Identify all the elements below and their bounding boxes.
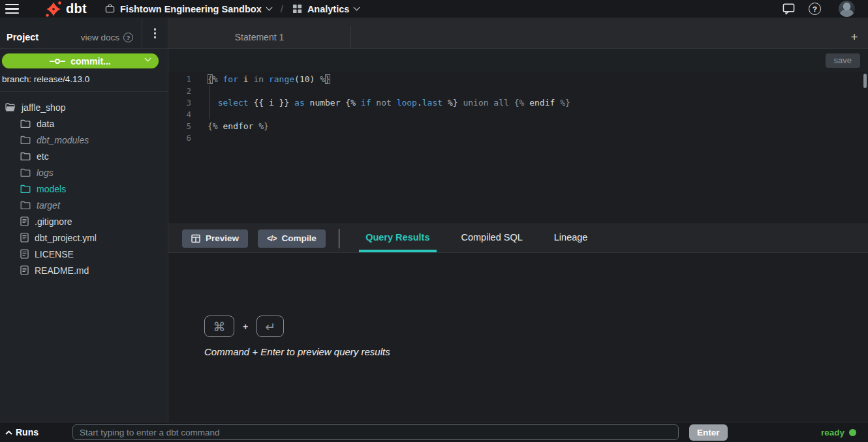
preview-button[interactable]: Preview <box>182 229 248 248</box>
code-line[interactable]: {% for i in range(10) %} <box>208 74 868 85</box>
tree-item-label: jaffle_shop <box>22 102 65 113</box>
view-docs-label: view docs <box>81 33 119 42</box>
results-tab-label: Lineage <box>554 232 588 243</box>
command-key-icon: ⌘ <box>204 316 234 337</box>
line-number: 4 <box>168 109 191 121</box>
status-indicator: ready <box>821 428 863 437</box>
code-editor[interactable]: 123456 {% for i in range(10) %} select {… <box>168 72 868 224</box>
runs-label: Runs <box>16 427 39 437</box>
help-icon[interactable]: ? <box>809 3 821 15</box>
tree-item-license[interactable]: LICENSE <box>0 246 168 262</box>
folder-icon <box>20 168 31 177</box>
tree-item-logs[interactable]: logs <box>0 164 168 181</box>
tree-item-label: data <box>37 119 54 129</box>
code-token: endif <box>529 98 555 108</box>
code-token: {% <box>345 98 360 108</box>
results-tab-compiled-sql[interactable]: Compiled SQL <box>455 224 529 252</box>
project-selector[interactable]: Fishtown Engineering Sandbox <box>105 4 271 14</box>
compile-button-label: Compile <box>281 233 316 243</box>
status-label: ready <box>821 428 845 437</box>
code-line[interactable]: {% endfor %} <box>208 121 868 132</box>
hamburger-menu-icon[interactable] <box>5 4 19 14</box>
editor-scrollbar[interactable] <box>863 74 867 88</box>
file-icon <box>20 265 29 275</box>
tree-item-label: logs <box>37 168 54 178</box>
code-token: in <box>253 74 264 84</box>
results-tab-label: Query Results <box>365 232 429 243</box>
folder-open-icon <box>5 103 16 112</box>
folder-icon <box>20 184 31 194</box>
tree-item-label: models <box>37 184 66 194</box>
commit-button[interactable]: commit... <box>2 53 159 68</box>
tree-item-label: target <box>37 200 60 211</box>
tree-item-dbt-modules[interactable]: dbt_modules <box>0 132 168 148</box>
code-token: if <box>361 98 371 108</box>
runs-toggle[interactable]: Runs <box>5 427 39 437</box>
table-icon <box>191 234 200 243</box>
code-token: %} <box>253 121 268 131</box>
dbt-logo-text: dbt <box>66 1 87 16</box>
code-line[interactable]: select {{ i }} as number {% if not loop.… <box>208 97 868 109</box>
environment-selector[interactable]: Analytics <box>292 4 359 14</box>
code-token: select <box>218 98 249 108</box>
enter-button[interactable]: Enter <box>689 424 728 441</box>
tree-item-dbt-project-yml[interactable]: dbt_project.yml <box>0 229 168 246</box>
new-tab-button[interactable]: + <box>843 26 865 48</box>
sidebar-header: Project view docs ? <box>0 18 168 48</box>
plus-separator: + <box>243 321 248 332</box>
briefcase-icon <box>105 4 115 14</box>
dbt-command-input[interactable] <box>72 424 679 440</box>
code-token: %} <box>448 98 458 108</box>
code-token: as <box>294 98 305 108</box>
results-panel: ⌘ + ↵ Command + Enter to preview query r… <box>168 253 868 422</box>
file-icon <box>20 233 29 243</box>
branch-label: branch: release/4.13.0 <box>0 74 168 84</box>
tree-item-target[interactable]: target <box>0 197 168 213</box>
tree-item-gitignore[interactable]: .gitignore <box>0 213 168 229</box>
sidebar-menu-button[interactable] <box>142 18 168 48</box>
tree-item-models[interactable]: models <box>0 181 168 197</box>
code-token: {% <box>208 121 223 131</box>
dbt-logo: dbt <box>46 1 87 17</box>
view-docs-link[interactable]: view docs ? <box>81 26 133 48</box>
results-tab-lineage[interactable]: Lineage <box>548 224 595 252</box>
tree-item-label: etc <box>37 151 49 162</box>
sidebar: commit... branch: release/4.13.0 jaffle_… <box>0 49 168 422</box>
tree-item-label: LICENSE <box>35 249 74 259</box>
code-token: loop <box>397 98 417 108</box>
tab-statement-1[interactable]: Statement 1 <box>168 26 351 48</box>
tree-item-label: dbt_project.yml <box>35 233 97 243</box>
code-token <box>264 74 269 84</box>
indent-guide <box>209 85 210 119</box>
topbar: dbt Fishtown Engineering Sandbox / Analy… <box>0 0 868 18</box>
commit-button-label: commit... <box>70 56 110 66</box>
code-line[interactable] <box>208 132 868 144</box>
tree-item-data[interactable]: data <box>0 115 168 132</box>
tree-item-jaffle-shop[interactable]: jaffle_shop <box>0 99 168 115</box>
tree-item-label: dbt_modules <box>37 135 89 145</box>
code-line[interactable] <box>208 109 868 121</box>
line-number: 6 <box>168 132 191 144</box>
tree-item-readme-md[interactable]: README.md <box>0 262 168 278</box>
bottombar: Runs Enter ready <box>0 422 868 442</box>
code-token: . <box>417 98 422 108</box>
environment-name: Analytics <box>307 4 349 14</box>
tree-item-etc[interactable]: etc <box>0 148 168 164</box>
chevron-up-icon <box>5 430 12 435</box>
code-line[interactable] <box>208 85 868 97</box>
save-button[interactable]: save <box>826 53 860 68</box>
file-icon <box>20 216 29 226</box>
breadcrumb-separator: / <box>281 3 283 14</box>
code-token: % <box>213 74 223 84</box>
file-icon <box>20 249 29 259</box>
code-token: { <box>208 74 213 84</box>
avatar[interactable] <box>839 1 855 17</box>
grid-icon <box>292 4 302 14</box>
project-name: Fishtown Engineering Sandbox <box>120 4 262 14</box>
code-area[interactable]: {% for i in range(10) %} select {{ i }} … <box>191 72 868 224</box>
results-tab-query-results[interactable]: Query Results <box>359 224 436 252</box>
tree-item-label: README.md <box>35 265 89 276</box>
chat-icon[interactable] <box>783 3 795 15</box>
shortcut-keys: ⌘ + ↵ <box>204 316 868 337</box>
compile-button[interactable]: </> Compile <box>258 229 326 248</box>
